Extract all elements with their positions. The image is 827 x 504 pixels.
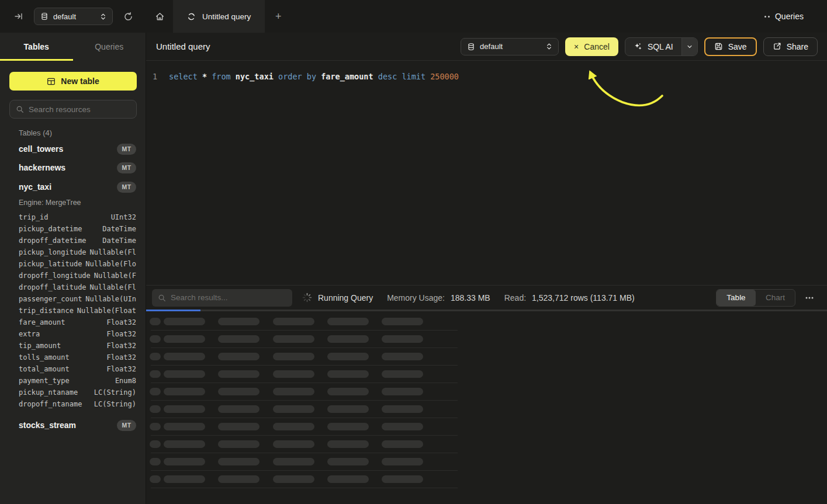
new-tab-button[interactable]: + (265, 0, 292, 33)
search-icon (158, 294, 166, 302)
skeleton-cell (382, 405, 423, 413)
sql-ai-button[interactable]: SQL AI (625, 38, 681, 55)
skeleton-row (146, 453, 827, 471)
sidebar-search (9, 100, 137, 119)
skeleton-cell (164, 440, 205, 448)
engine-badge: MT (117, 162, 136, 173)
share-icon (773, 42, 781, 51)
query-title: Untitled query (156, 41, 210, 51)
column-row: dropoff_longitudeNullable(F (0, 270, 146, 281)
read-value: 1,523,712 rows (113.71 MB) (532, 293, 635, 303)
column-type: LC(String) (94, 388, 136, 397)
cancel-button[interactable]: × Cancel (565, 37, 618, 56)
column-name: dropoff_ntaname (19, 400, 82, 408)
tab-untitled-query[interactable]: Untitled query (173, 0, 265, 33)
column-row: pickup_longitudeNullable(Fl (0, 246, 146, 258)
skeleton-cell (327, 335, 369, 343)
skeleton-row (146, 331, 827, 348)
column-type: Enum8 (115, 377, 136, 385)
table-name: stocks_stream (19, 420, 76, 430)
tables-section-header: Tables (4) (19, 128, 52, 137)
column-row: pickup_ntanameLC(String) (0, 387, 146, 398)
queries-icon (764, 16, 770, 18)
sql-ai-split-button: SQL AI (625, 37, 698, 56)
more-options-button[interactable] (802, 291, 816, 305)
close-icon: × (574, 42, 579, 51)
skeleton-row (146, 436, 827, 453)
table-item-nyc-taxi[interactable]: nyc_taxi MT (9, 178, 137, 196)
skeleton-cell (218, 440, 259, 448)
skeleton-row (146, 471, 827, 488)
home-icon (155, 12, 165, 22)
skeleton-cell (218, 353, 259, 360)
sidebar-search-input[interactable] (29, 105, 130, 114)
table-item-stocks-stream[interactable]: stocks_stream MT (9, 416, 137, 435)
skeleton-cell (218, 475, 259, 483)
topbar-spacer (292, 0, 764, 33)
skeleton-row (146, 401, 827, 418)
sidebar-tab-queries[interactable]: Queries (73, 33, 146, 61)
cancel-label: Cancel (584, 42, 610, 51)
column-name: tolls_amount (19, 353, 70, 362)
share-label: Share (787, 42, 808, 51)
home-tab[interactable] (146, 0, 173, 33)
skeleton-cell (164, 370, 205, 378)
skeleton-cell (218, 423, 259, 430)
queries-link[interactable]: Queries (764, 0, 804, 33)
query-progress-bar (146, 310, 827, 311)
column-row: total_amountFloat32 (0, 363, 146, 375)
skeleton-cell (382, 458, 423, 465)
topbar: default (0, 0, 827, 33)
column-type: Float32 (106, 353, 136, 362)
sidebar-tab-tables[interactable]: Tables (0, 33, 73, 61)
sql-ai-label: SQL AI (648, 42, 673, 51)
skeleton-cell (164, 458, 205, 465)
sql-ai-dropdown-button[interactable] (681, 38, 697, 55)
column-type: UInt32 (111, 213, 136, 221)
save-button[interactable]: Save (704, 37, 757, 56)
skeleton-cell (327, 370, 369, 378)
save-icon (714, 42, 723, 51)
sql-editor[interactable]: 1 select * from nyc_taxi order by fare_a… (146, 61, 827, 285)
column-type: Nullable(Fl (90, 283, 136, 291)
column-name: passenger_count (19, 295, 82, 303)
skeleton-cell (218, 405, 259, 413)
column-row: trip_idUInt32 (0, 211, 146, 223)
skeleton-cell (273, 475, 314, 483)
skeleton-cell (327, 458, 369, 465)
table-grid-icon (47, 77, 56, 86)
column-name: extra (19, 330, 40, 338)
column-name: tip_amount (19, 342, 61, 350)
new-table-label: New table (61, 77, 99, 86)
column-type: LC(String) (94, 400, 136, 408)
view-toggle-table[interactable]: Table (717, 290, 756, 306)
memory-usage-label: Memory Usage: (387, 293, 445, 303)
table-item-cell-towers[interactable]: cell_towers MT (9, 140, 137, 158)
skeleton-row (146, 418, 827, 436)
topbar-database-selector[interactable]: default (34, 8, 113, 25)
column-type: Float32 (106, 330, 136, 338)
skeleton-cell (327, 353, 369, 360)
skeleton-cell (327, 405, 369, 413)
collapse-sidebar-icon (14, 12, 23, 21)
skeleton-cell (382, 370, 423, 378)
skeleton-cell (327, 475, 369, 483)
new-table-button[interactable]: New table (9, 72, 137, 91)
column-name: dropoff_longitude (19, 272, 91, 280)
collapse-sidebar-button[interactable] (12, 9, 26, 23)
skeleton-cell (218, 370, 259, 378)
column-type: Nullable(Float (77, 307, 136, 315)
share-button[interactable]: Share (763, 37, 818, 56)
skeleton-cell (164, 475, 205, 483)
tab-label: Untitled query (202, 12, 251, 21)
refresh-button[interactable] (121, 9, 136, 24)
view-toggle-chart[interactable]: Chart (756, 290, 795, 306)
table-item-hackernews[interactable]: hackernews MT (9, 158, 137, 177)
column-name: pickup_longitude (19, 248, 86, 256)
column-name: total_amount (19, 365, 70, 373)
query-database-selector[interactable]: default (461, 38, 559, 55)
results-search-input[interactable] (171, 293, 286, 302)
column-row: dropoff_datetimeDateTime (0, 235, 146, 246)
skeleton-cell (164, 353, 205, 360)
column-row: fare_amountFloat32 (0, 317, 146, 328)
